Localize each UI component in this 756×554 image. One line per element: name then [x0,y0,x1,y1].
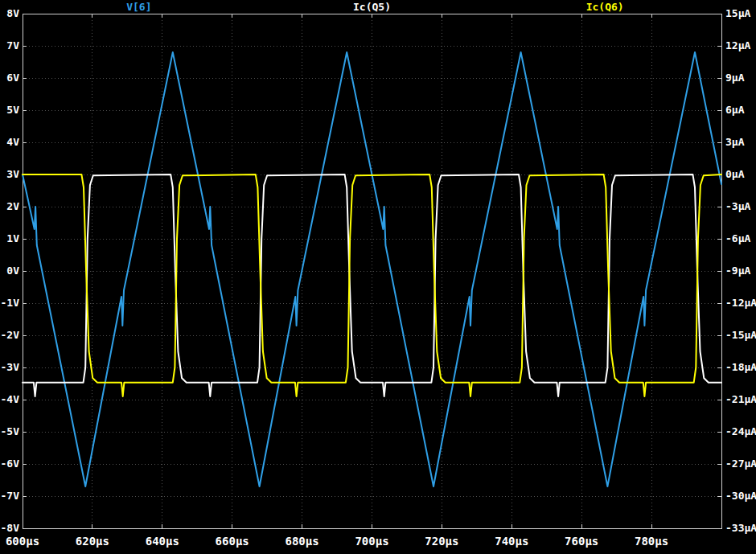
svg-text:640µs: 640µs [146,535,179,548]
trace-label-icq6[interactable]: Ic(Q6) [586,1,624,13]
svg-text:-1V: -1V [1,297,20,309]
svg-text:-24µA: -24µA [725,425,756,437]
svg-text:-8V: -8V [1,522,20,534]
svg-text:-9µA: -9µA [725,265,750,277]
svg-text:-3V: -3V [1,361,20,373]
waveform-plot-canvas[interactable]: 8V7V6V5V4V3V2V1V0V-1V-2V-3V-4V-5V-6V-7V-… [0,0,756,554]
svg-text:700µs: 700µs [355,535,388,548]
svg-text:-18µA: -18µA [725,361,756,373]
svg-text:7V: 7V [6,39,19,51]
svg-text:6V: 6V [6,72,19,84]
svg-text:5V: 5V [6,104,19,116]
svg-text:0V: 0V [6,265,19,277]
svg-text:-2V: -2V [1,329,20,341]
svg-text:720µs: 720µs [425,535,458,548]
svg-text:4V: 4V [6,136,19,148]
svg-text:600µs: 600µs [6,535,39,548]
svg-text:-6V: -6V [1,458,20,470]
trace-icq5[interactable] [23,174,721,396]
svg-text:12µA: 12µA [725,39,750,51]
svg-text:620µs: 620µs [76,535,109,548]
svg-text:780µs: 780µs [635,535,668,548]
svg-text:-21µA: -21µA [725,393,756,405]
svg-text:3µA: 3µA [725,136,745,148]
svg-text:6µA: 6µA [725,104,745,116]
svg-text:-27µA: -27µA [725,458,756,470]
svg-text:8V: 8V [6,7,19,19]
trace-label-icq5[interactable]: Ic(Q5) [353,1,391,13]
svg-text:9µA: 9µA [725,72,745,84]
waveform-viewer: 8V7V6V5V4V3V2V1V0V-1V-2V-3V-4V-5V-6V-7V-… [0,0,756,554]
trace-icq6[interactable] [23,174,721,396]
svg-text:-33µA: -33µA [725,522,756,534]
svg-text:-12µA: -12µA [725,297,756,309]
svg-text:-4V: -4V [1,393,20,405]
time-axis-ticks[interactable]: 600µs620µs640µs660µs680µs700µs720µs740µs… [6,14,668,548]
svg-text:-7V: -7V [1,490,20,502]
trace-label-v6[interactable]: V[6] [126,1,151,13]
svg-text:680µs: 680µs [286,535,319,548]
svg-text:-30µA: -30µA [725,490,756,502]
svg-text:760µs: 760µs [565,535,598,548]
right-axis-ticks[interactable]: 15µA12µA9µA6µA3µA0µA-3µA-6µA-9µA-12µA-15… [717,7,756,534]
svg-text:2V: 2V [6,200,19,212]
svg-text:15µA: 15µA [725,7,750,19]
svg-text:-6µA: -6µA [725,232,750,244]
svg-text:1V: 1V [6,232,19,244]
svg-text:-3µA: -3µA [725,200,750,212]
svg-text:660µs: 660µs [216,535,249,548]
svg-text:0µA: 0µA [725,168,745,180]
svg-text:740µs: 740µs [495,535,528,548]
svg-text:-5V: -5V [1,425,20,437]
svg-text:3V: 3V [6,168,19,180]
svg-text:-15µA: -15µA [725,329,756,341]
